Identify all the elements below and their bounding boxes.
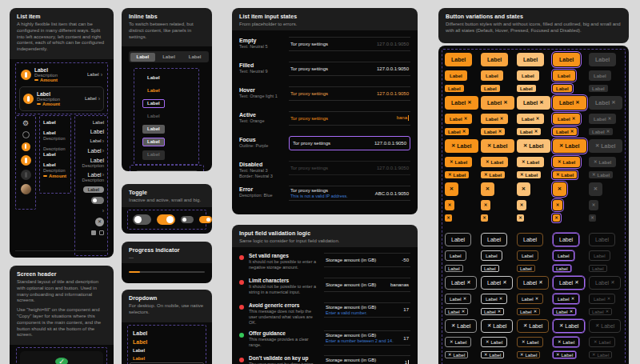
filled-label-icon-button-hover[interactable]: Label✕ [481,128,505,135]
outlined-label-button-pressed[interactable]: Label [517,250,538,261]
filled-label-button-focused[interactable]: Label [553,85,572,92]
outlined-icon-label-button-focused[interactable]: ✕Label [553,319,585,333]
filled-label-button-pressed[interactable]: Label [517,53,544,66]
filled-label-button-pressed[interactable]: Label [517,85,536,92]
proxy-input-filled[interactable]: Tor proxy settings127.0.0.1:9050 [289,62,410,76]
outlined-icon-label-button-focused[interactable]: ✕Label [553,337,579,347]
filled-icon-button-default[interactable]: ✕ [445,182,458,196]
dropdown-option[interactable]: Label [133,356,145,361]
filled-icon-label-button-pressed[interactable]: ✕Label [517,157,544,167]
filled-icon-label-button-hover[interactable]: ✕Label [481,139,514,153]
filled-label-button-hover[interactable]: Label [481,85,500,92]
outlined-label-button-default[interactable]: Label [445,233,471,246]
right-link[interactable]: Label› [90,138,104,144]
outlined-icon-label-button-hover[interactable]: ✕Label [481,351,504,358]
outlined-label-button-hover[interactable]: Label [481,233,507,246]
proxy-input-active[interactable]: Tor proxy settingsbana [289,111,410,126]
right-link[interactable]: Label› [88,148,104,154]
right-link-desc[interactable]: Label›Description [82,172,104,182]
filled-label-icon-button-focused[interactable]: Label✕ [553,128,577,135]
filled-label-icon-button-default[interactable]: Label✕ [445,114,472,124]
filled-label-button-focused[interactable]: Label [553,53,580,66]
tab-state-selected-focused[interactable]: Label [142,138,165,147]
outlined-label-button-disabled[interactable]: Label [589,250,610,261]
chevron-right-icon[interactable]: › [102,208,104,214]
filled-icon-button-disabled[interactable]: ✕ [589,214,596,222]
filled-label-icon-button-disabled[interactable]: Label✕ [589,128,613,135]
filled-icon-button-pressed[interactable]: ✕ [517,182,530,196]
outlined-label-button-focused[interactable]: Label [553,265,571,272]
filled-label-button-hover[interactable]: Label [481,70,503,81]
outlined-label-button-disabled[interactable]: Label [589,233,615,246]
filled-icon-label-button-pressed[interactable]: ✕Label [517,139,550,153]
filled-label-button-default[interactable]: Label [445,53,472,66]
close-icon[interactable]: ✕ [95,218,104,226]
list-item[interactable]: LabelDescriptionAmountLabel› [19,66,104,84]
outlined-label-icon-button-default[interactable]: Label✕ [445,294,471,304]
outlined-label-icon-button-pressed[interactable]: Label✕ [517,308,540,315]
outlined-icon-label-button-disabled[interactable]: ✕Label [589,351,612,358]
outlined-label-icon-button-hover[interactable]: Label✕ [481,308,504,315]
filled-label-icon-button-disabled[interactable]: Label✕ [589,96,622,110]
filled-label-icon-button-pressed[interactable]: Label✕ [517,114,544,124]
outlined-icon-label-button-pressed[interactable]: ✕Label [517,319,549,333]
filled-icon-button-disabled[interactable]: ✕ [589,182,602,196]
proxy-input-focus[interactable]: Tor proxy settings127.0.0.1:9050 [289,136,410,150]
filled-icon-label-button-disabled[interactable]: ✕Label [589,171,613,178]
filled-icon-button-focused[interactable]: ✕ [553,182,566,196]
outlined-label-icon-button-hover[interactable]: Label✕ [481,294,507,304]
storage-input[interactable]: Storage amount (in GB)Enter a valid numb… [324,302,410,318]
filled-icon-label-button-hover[interactable]: ✕Label [481,171,505,178]
filled-label-button-default[interactable]: Label [445,70,467,81]
filled-icon-label-button-default[interactable]: ✕Label [445,139,478,153]
outlined-label-icon-button-focused[interactable]: Label✕ [553,276,585,290]
filled-icon-label-button-hover[interactable]: ✕Label [481,157,508,167]
outlined-label-button-default[interactable]: Label [445,265,463,272]
filled-icon-label-button-disabled[interactable]: ✕Label [589,157,616,167]
filled-label-button-disabled[interactable]: Label [589,85,608,92]
outlined-label-button-default[interactable]: Label [445,250,466,261]
radio-icon[interactable] [22,131,30,138]
list-item[interactable]: LabelDescriptionAmountLabel› [22,90,102,108]
outlined-icon-label-button-disabled[interactable]: ✕Label [589,337,615,347]
outlined-icon-label-button-default[interactable]: ✕Label [445,319,477,333]
outlined-icon-label-button-pressed[interactable]: ✕Label [517,351,540,358]
toggle-lg-off[interactable] [133,214,151,225]
outlined-label-button-pressed[interactable]: Label [517,233,543,246]
filled-label-icon-button-pressed[interactable]: Label✕ [517,128,541,135]
outlined-icon-label-button-disabled[interactable]: ✕Label [589,319,621,333]
filled-label-button-pressed[interactable]: Label [517,70,539,81]
toggle-lg-on[interactable] [157,214,175,225]
tab[interactable]: Label [156,53,182,62]
dropdown-option[interactable]: Label [133,339,147,345]
proxy-input-empty[interactable]: Tor proxy settings127.0.0.1:9050 [289,37,410,51]
filled-icon-button-pressed[interactable]: ✕ [517,200,526,210]
outlined-label-button-focused[interactable]: Label [553,233,579,246]
proxy-input-hover[interactable]: Tor proxy settings127.0.0.1:9050 [289,86,410,101]
storage-input[interactable]: Storage amount (in GB)Enter a number bet… [324,355,410,364]
filled-label-icon-button-hover[interactable]: Label✕ [481,96,514,110]
tab[interactable]: Label [182,53,208,62]
outlined-label-button-disabled[interactable]: Label [589,265,607,272]
outlined-label-icon-button-disabled[interactable]: Label✕ [589,294,615,304]
outlined-label-button-hover[interactable]: Label [481,265,499,272]
storage-input[interactable]: Storage amount (in GB)bananas [324,278,410,292]
filled-icon-button-pressed[interactable]: ✕ [517,214,524,222]
filled-icon-button-hover[interactable]: ✕ [481,182,494,196]
dropdown-option[interactable]: Label [133,330,147,336]
filled-icon-button-default[interactable]: ✕ [445,214,452,222]
filled-label-icon-button-default[interactable]: Label✕ [445,128,469,135]
outlined-label-icon-button-focused[interactable]: Label✕ [553,294,579,304]
storage-input[interactable]: Storage amount (in GB)-50 [324,253,410,267]
outlined-label-icon-button-focused[interactable]: Label✕ [553,308,576,315]
tab-state-selected-disabled[interactable]: Label [142,150,165,160]
outlined-label-icon-button-pressed[interactable]: Label✕ [517,294,543,304]
filled-icon-label-button-focused[interactable]: ✕Label [553,171,577,178]
filled-icon-label-button-default[interactable]: ✕Label [445,171,469,178]
outlined-label-button-pressed[interactable]: Label [517,265,535,272]
filled-label-icon-button-disabled[interactable]: Label✕ [589,114,616,124]
storage-input[interactable]: Storage amount (in GB)Enter a number bet… [324,330,410,346]
outlined-icon-label-button-hover[interactable]: ✕Label [481,319,513,333]
outlined-label-icon-button-default[interactable]: Label✕ [445,308,468,315]
outlined-label-button-focused[interactable]: Label [553,250,574,261]
